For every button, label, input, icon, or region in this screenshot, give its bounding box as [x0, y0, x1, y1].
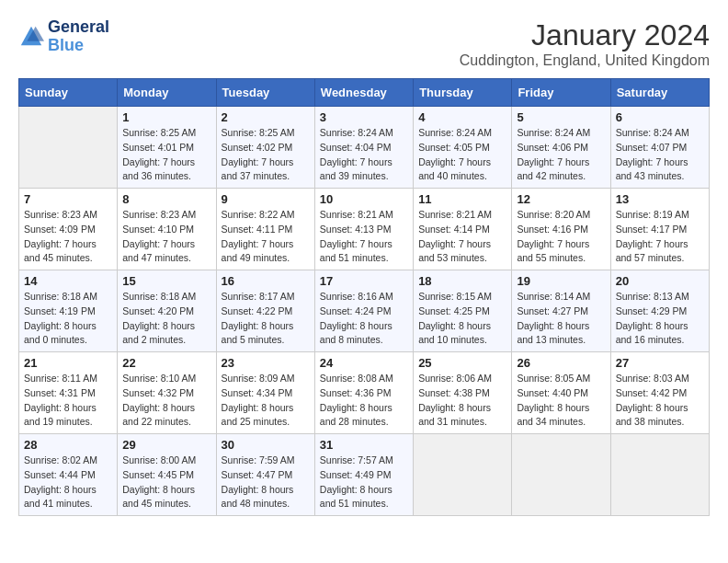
- day-header-thursday: Thursday: [414, 79, 512, 107]
- day-info: Sunrise: 8:00 AMSunset: 4:45 PMDaylight:…: [122, 454, 210, 511]
- calendar-cell: 2Sunrise: 8:25 AMSunset: 4:02 PMDaylight…: [216, 107, 314, 189]
- day-info: Sunrise: 8:11 AMSunset: 4:31 PMDaylight:…: [24, 372, 112, 430]
- calendar-cell: 13Sunrise: 8:19 AMSunset: 4:17 PMDayligh…: [610, 189, 709, 270]
- day-number: 13: [616, 192, 704, 206]
- day-number: 24: [320, 356, 408, 370]
- logo: General Blue: [18, 18, 109, 55]
- calendar-week-2: 7Sunrise: 8:23 AMSunset: 4:09 PMDaylight…: [19, 189, 710, 270]
- calendar-cell: 23Sunrise: 8:09 AMSunset: 4:34 PMDayligh…: [216, 352, 314, 434]
- calendar-week-5: 28Sunrise: 8:02 AMSunset: 4:44 PMDayligh…: [19, 434, 710, 516]
- day-info: Sunrise: 8:18 AMSunset: 4:20 PMDaylight:…: [122, 290, 210, 348]
- day-number: 14: [24, 274, 112, 288]
- day-info: Sunrise: 8:08 AMSunset: 4:36 PMDaylight:…: [320, 372, 408, 430]
- day-header-saturday: Saturday: [610, 79, 709, 107]
- day-info: Sunrise: 8:17 AMSunset: 4:22 PMDaylight:…: [222, 290, 310, 348]
- calendar-cell: 24Sunrise: 8:08 AMSunset: 4:36 PMDayligh…: [314, 352, 413, 434]
- day-number: 12: [517, 192, 605, 206]
- location-subtitle: Cuddington, England, United Kingdom: [460, 52, 710, 69]
- calendar-cell: [610, 434, 709, 516]
- day-number: 1: [122, 110, 210, 124]
- calendar-cell: 9Sunrise: 8:22 AMSunset: 4:11 PMDaylight…: [216, 189, 314, 270]
- day-info: Sunrise: 8:18 AMSunset: 4:19 PMDaylight:…: [24, 290, 112, 348]
- calendar-cell: 20Sunrise: 8:13 AMSunset: 4:29 PMDayligh…: [610, 270, 709, 352]
- logo-text-general: General: [48, 17, 109, 36]
- calendar-cell: 27Sunrise: 8:03 AMSunset: 4:42 PMDayligh…: [610, 352, 709, 434]
- day-info: Sunrise: 7:59 AMSunset: 4:47 PMDaylight:…: [222, 454, 310, 511]
- day-info: Sunrise: 8:10 AMSunset: 4:32 PMDaylight:…: [122, 372, 210, 430]
- day-number: 29: [122, 438, 210, 452]
- day-info: Sunrise: 8:15 AMSunset: 4:25 PMDaylight:…: [418, 290, 506, 348]
- day-info: Sunrise: 8:13 AMSunset: 4:29 PMDaylight:…: [616, 290, 704, 348]
- calendar-cell: 8Sunrise: 8:23 AMSunset: 4:10 PMDaylight…: [118, 189, 216, 270]
- day-number: 23: [222, 356, 310, 370]
- day-info: Sunrise: 8:22 AMSunset: 4:11 PMDaylight:…: [222, 208, 310, 266]
- calendar-week-3: 14Sunrise: 8:18 AMSunset: 4:19 PMDayligh…: [19, 270, 710, 352]
- calendar-cell: [19, 107, 118, 189]
- calendar-cell: 26Sunrise: 8:05 AMSunset: 4:40 PMDayligh…: [512, 352, 610, 434]
- day-number: 30: [222, 438, 310, 452]
- logo-icon: [18, 24, 44, 50]
- day-number: 28: [24, 438, 112, 452]
- day-number: 15: [122, 274, 210, 288]
- calendar-week-1: 1Sunrise: 8:25 AMSunset: 4:01 PMDaylight…: [19, 107, 710, 189]
- calendar-cell: 5Sunrise: 8:24 AMSunset: 4:06 PMDaylight…: [512, 107, 610, 189]
- day-number: 7: [24, 192, 112, 206]
- calendar-week-4: 21Sunrise: 8:11 AMSunset: 4:31 PMDayligh…: [19, 352, 710, 434]
- calendar-cell: 7Sunrise: 8:23 AMSunset: 4:09 PMDaylight…: [19, 189, 118, 270]
- calendar-cell: 1Sunrise: 8:25 AMSunset: 4:01 PMDaylight…: [118, 107, 216, 189]
- calendar-cell: 25Sunrise: 8:06 AMSunset: 4:38 PMDayligh…: [414, 352, 512, 434]
- day-info: Sunrise: 8:23 AMSunset: 4:09 PMDaylight:…: [24, 208, 112, 266]
- calendar-cell: 19Sunrise: 8:14 AMSunset: 4:27 PMDayligh…: [512, 270, 610, 352]
- day-number: 19: [517, 274, 605, 288]
- day-number: 31: [320, 438, 408, 452]
- day-info: Sunrise: 8:24 AMSunset: 4:04 PMDaylight:…: [320, 126, 408, 184]
- day-header-friday: Friday: [512, 79, 610, 107]
- calendar-table: SundayMondayTuesdayWednesdayThursdayFrid…: [18, 78, 710, 516]
- day-info: Sunrise: 8:16 AMSunset: 4:24 PMDaylight:…: [320, 290, 408, 348]
- calendar-cell: 12Sunrise: 8:20 AMSunset: 4:16 PMDayligh…: [512, 189, 610, 270]
- day-header-monday: Monday: [118, 79, 216, 107]
- calendar-cell: 11Sunrise: 8:21 AMSunset: 4:14 PMDayligh…: [414, 189, 512, 270]
- day-info: Sunrise: 8:23 AMSunset: 4:10 PMDaylight:…: [122, 208, 210, 266]
- day-number: 6: [616, 110, 704, 124]
- calendar-cell: 18Sunrise: 8:15 AMSunset: 4:25 PMDayligh…: [414, 270, 512, 352]
- day-number: 3: [320, 110, 408, 124]
- day-number: 5: [517, 110, 605, 124]
- day-number: 10: [320, 192, 408, 206]
- day-info: Sunrise: 8:19 AMSunset: 4:17 PMDaylight:…: [616, 208, 704, 266]
- day-info: Sunrise: 7:57 AMSunset: 4:49 PMDaylight:…: [320, 454, 408, 511]
- day-number: 20: [616, 274, 704, 288]
- logo-text-blue: Blue: [48, 36, 84, 54]
- day-number: 4: [418, 110, 506, 124]
- calendar-cell: 31Sunrise: 7:57 AMSunset: 4:49 PMDayligh…: [314, 434, 413, 516]
- day-header-sunday: Sunday: [19, 79, 118, 107]
- calendar-cell: 16Sunrise: 8:17 AMSunset: 4:22 PMDayligh…: [216, 270, 314, 352]
- day-number: 25: [418, 356, 506, 370]
- calendar-cell: 6Sunrise: 8:24 AMSunset: 4:07 PMDaylight…: [610, 107, 709, 189]
- day-info: Sunrise: 8:06 AMSunset: 4:38 PMDaylight:…: [418, 372, 506, 430]
- day-number: 18: [418, 274, 506, 288]
- calendar-cell: 21Sunrise: 8:11 AMSunset: 4:31 PMDayligh…: [19, 352, 118, 434]
- calendar-cell: 28Sunrise: 8:02 AMSunset: 4:44 PMDayligh…: [19, 434, 118, 516]
- day-info: Sunrise: 8:09 AMSunset: 4:34 PMDaylight:…: [222, 372, 310, 430]
- title-block: January 2024 Cuddington, England, United…: [460, 18, 710, 69]
- day-header-tuesday: Tuesday: [216, 79, 314, 107]
- calendar-header-row: SundayMondayTuesdayWednesdayThursdayFrid…: [19, 79, 710, 107]
- day-number: 27: [616, 356, 704, 370]
- day-info: Sunrise: 8:21 AMSunset: 4:13 PMDaylight:…: [320, 208, 408, 266]
- day-info: Sunrise: 8:03 AMSunset: 4:42 PMDaylight:…: [616, 372, 704, 430]
- calendar-cell: 14Sunrise: 8:18 AMSunset: 4:19 PMDayligh…: [19, 270, 118, 352]
- calendar-cell: [512, 434, 610, 516]
- day-number: 2: [222, 110, 310, 124]
- day-number: 8: [122, 192, 210, 206]
- day-info: Sunrise: 8:24 AMSunset: 4:05 PMDaylight:…: [418, 126, 506, 184]
- day-info: Sunrise: 8:02 AMSunset: 4:44 PMDaylight:…: [24, 454, 112, 511]
- day-info: Sunrise: 8:25 AMSunset: 4:02 PMDaylight:…: [222, 126, 310, 184]
- calendar-cell: 22Sunrise: 8:10 AMSunset: 4:32 PMDayligh…: [118, 352, 216, 434]
- day-number: 16: [222, 274, 310, 288]
- day-info: Sunrise: 8:20 AMSunset: 4:16 PMDaylight:…: [517, 208, 605, 266]
- day-info: Sunrise: 8:25 AMSunset: 4:01 PMDaylight:…: [122, 126, 210, 184]
- day-info: Sunrise: 8:05 AMSunset: 4:40 PMDaylight:…: [517, 372, 605, 430]
- day-number: 26: [517, 356, 605, 370]
- month-title: January 2024: [460, 18, 710, 52]
